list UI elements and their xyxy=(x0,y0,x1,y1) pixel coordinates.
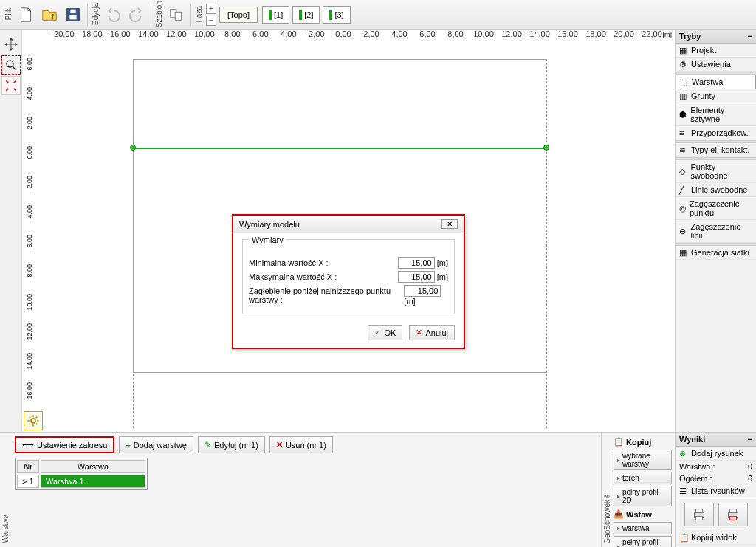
results-header: Wyniki− xyxy=(676,433,756,447)
layer-node[interactable] xyxy=(130,145,136,151)
depth-label: Zagłębienie poniżej najniższego punktu w… xyxy=(249,286,404,304)
add-layer-button[interactable]: +Dodaj warstwę xyxy=(119,436,193,453)
horizontal-ruler: -20,00-18,00-16,00-14,00-12,00-10,00-8,0… xyxy=(41,30,675,43)
svg-rect-9 xyxy=(695,517,702,520)
left-toolbar xyxy=(0,30,22,432)
mode-item-1[interactable]: ⚙Ustawienia xyxy=(676,58,756,72)
svg-rect-2 xyxy=(70,9,75,13)
mode-item-6[interactable]: ≋Typy el. kontakt. xyxy=(676,143,756,157)
ruler-tick: -4,00 xyxy=(272,30,302,38)
ruler-tick: -10,00 xyxy=(26,294,33,313)
add-phase-button[interactable]: + xyxy=(206,4,216,14)
layer-node[interactable] xyxy=(543,145,549,151)
svg-rect-8 xyxy=(695,509,702,513)
undo-button[interactable] xyxy=(103,4,123,26)
svg-point-5 xyxy=(7,61,13,67)
max-x-input[interactable] xyxy=(398,271,435,283)
col-nr: Nr xyxy=(17,460,39,473)
phase-2-button[interactable]: [2] xyxy=(292,6,320,24)
open-file-button[interactable] xyxy=(39,4,60,26)
phase-1-button[interactable]: [1] xyxy=(262,6,289,24)
vertical-ruler: 6,004,002,000,00-2,00-4,00-6,00-8,00-10,… xyxy=(22,43,41,432)
layer-table[interactable]: NrWarstwa > 1Warstwa 1 xyxy=(15,458,148,490)
svg-rect-1 xyxy=(69,15,76,19)
settings-gear-button[interactable] xyxy=(24,411,43,430)
mode-icon: ▦ xyxy=(679,248,688,257)
mode-item-0[interactable]: ▦Projekt xyxy=(676,44,756,58)
redo-button[interactable] xyxy=(126,4,147,26)
check-icon: ✓ xyxy=(374,328,381,337)
ok-button[interactable]: ✓ OK xyxy=(368,325,402,340)
insert-full-profile[interactable]: pełny profil 2D xyxy=(614,536,672,547)
mode-item-11[interactable]: ▦Generacja siatki xyxy=(676,246,756,260)
mode-label: Przyporządkow. xyxy=(691,128,749,137)
col-layer: Warstwa xyxy=(41,460,145,473)
extent-tool[interactable] xyxy=(1,76,21,95)
mode-label: Typy el. kontakt. xyxy=(691,145,749,154)
ruler-tick: -8,00 xyxy=(216,30,246,38)
layer-line[interactable] xyxy=(133,148,546,149)
phase-3-button[interactable]: [3] xyxy=(323,6,350,24)
insert-header: 📥Wstaw xyxy=(614,508,672,520)
copy-full-profile[interactable]: pełny profil 2D xyxy=(614,486,672,506)
add-drawing-button[interactable]: ⊕Dodaj rysunek xyxy=(676,447,756,461)
ruler-tick: -12,00 xyxy=(160,30,190,38)
modes-panel: Tryby− ▦Projekt⚙Ustawienia⬚Warstwa▥Grunt… xyxy=(675,30,756,432)
dialog-titlebar[interactable]: Wymiary modelu ✕ xyxy=(233,216,464,233)
drawing-list-button[interactable]: ☰Lista rysunków xyxy=(676,484,756,498)
print-button[interactable] xyxy=(684,503,714,526)
print-color-button[interactable] xyxy=(718,503,748,526)
phase-addremove: + − xyxy=(206,4,216,26)
range-settings-button[interactable]: ⟷Ustawienie zakresu xyxy=(15,436,114,453)
mode-icon: ▥ xyxy=(679,92,688,100)
topo-phase-button[interactable]: [Topo] xyxy=(219,7,258,23)
main-toolbar: Plik Edycja Szablon Faza + − [Topo] [1] … xyxy=(0,0,756,30)
insert-layer[interactable]: warstwa xyxy=(614,522,672,534)
template-button[interactable] xyxy=(166,4,187,26)
clipboard-side-label: GeoSchowek™ xyxy=(603,492,611,543)
ruler-tick: -6,00 xyxy=(244,30,274,38)
mode-item-2[interactable]: ⬚Warstwa xyxy=(676,75,756,89)
table-row[interactable]: > 1Warstwa 1 xyxy=(17,475,145,488)
zoom-tool[interactable] xyxy=(1,55,21,75)
remove-phase-button[interactable]: − xyxy=(206,16,216,26)
ruler-tick: -20,00 xyxy=(48,30,78,38)
mode-item-9[interactable]: ◎Zagęszczenie punktu xyxy=(676,197,756,220)
minimize-icon[interactable]: − xyxy=(748,435,752,444)
mode-item-3[interactable]: ▥Grunty xyxy=(676,89,756,103)
ruler-tick: 2,00 xyxy=(26,117,33,130)
mode-label: Ustawienia xyxy=(691,60,731,69)
x-icon: ✕ xyxy=(416,328,422,337)
copy-selected-layers[interactable]: wybrane warstwy xyxy=(614,450,672,470)
ruler-tick: 18,00 xyxy=(581,30,611,38)
mode-item-5[interactable]: ≡Przyporządkow. xyxy=(676,126,756,140)
new-file-button[interactable] xyxy=(16,4,36,26)
min-x-input[interactable] xyxy=(398,257,435,269)
plus-icon: + xyxy=(126,441,130,450)
mode-label: Punkty swobodne xyxy=(691,162,752,180)
edit-layer-button[interactable]: ✎Edytuj (nr 1) xyxy=(198,436,265,453)
copy-view-button[interactable]: 📋Kopiuj widok xyxy=(676,531,756,545)
save-file-button[interactable] xyxy=(63,4,83,26)
depth-input[interactable] xyxy=(404,285,441,297)
ruler-tick: -18,00 xyxy=(76,30,106,38)
mode-item-4[interactable]: ⬢Elementy sztywne xyxy=(676,103,756,126)
move-tool[interactable] xyxy=(1,35,21,54)
ruler-tick: -14,00 xyxy=(132,30,162,38)
mode-icon: ◇ xyxy=(679,167,688,176)
modes-header: Tryby− xyxy=(676,30,756,44)
mode-label: Elementy sztywne xyxy=(690,106,752,123)
model-dimensions-dialog: Wymiary modelu ✕ Wymiary Minimalna warto… xyxy=(232,214,465,349)
cancel-button[interactable]: ✕ Anuluj xyxy=(409,325,455,340)
copy-terrain[interactable]: teren xyxy=(614,472,672,484)
dialog-close-button[interactable]: ✕ xyxy=(441,219,458,229)
phase-label: Faza xyxy=(193,4,205,24)
ruler-unit: [m] xyxy=(663,31,673,38)
max-x-label: Maksymalna wartość X : xyxy=(249,272,337,281)
mode-item-8[interactable]: ╱Linie swobodne xyxy=(676,183,756,197)
mode-item-10[interactable]: ⊖Zagęszczenie linii xyxy=(676,220,756,243)
minimize-icon[interactable]: − xyxy=(748,32,752,41)
remove-layer-button[interactable]: ✕Usuń (nr 1) xyxy=(269,436,333,453)
ruler-tick: 20,00 xyxy=(609,30,639,38)
mode-item-7[interactable]: ◇Punkty swobodne xyxy=(676,160,756,183)
